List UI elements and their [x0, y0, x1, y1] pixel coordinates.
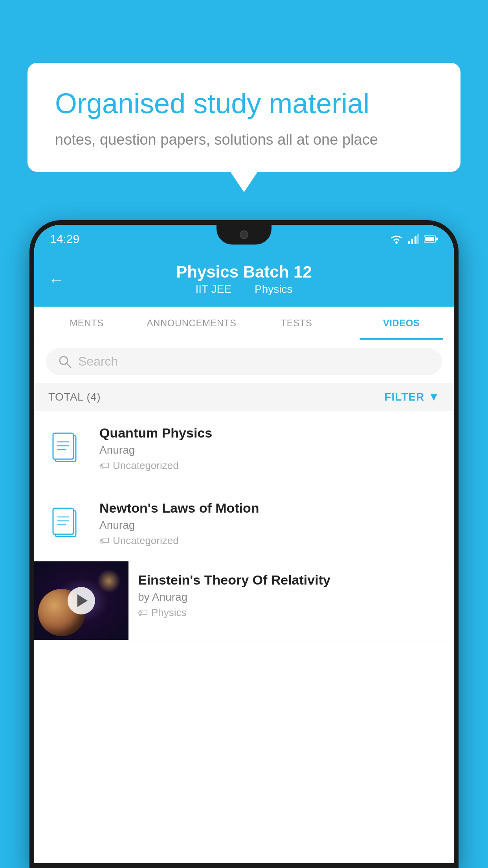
notch — [216, 225, 272, 245]
item-author: by Anurag — [138, 591, 444, 603]
item-tag: 🏷 Uncategorized — [99, 460, 440, 472]
item-author: Anurag — [99, 444, 440, 456]
tab-announcements[interactable]: ANNOUNCEMENTS — [139, 307, 244, 340]
tag-icon: 🏷 — [99, 460, 110, 472]
video-thumbnail — [34, 561, 128, 640]
item-tag: 🏷 Physics — [138, 607, 444, 619]
battery-icon — [424, 235, 438, 243]
svg-rect-1 — [408, 241, 410, 244]
item-tag: 🏷 Uncategorized — [99, 535, 440, 547]
video-list: Quantum Physics Anurag 🏷 Uncategorized — [34, 411, 454, 863]
filter-label: FILTER — [384, 391, 424, 403]
search-bar[interactable]: Search — [46, 348, 442, 375]
tag-label: Uncategorized — [113, 535, 179, 547]
file-icon — [52, 506, 84, 541]
file-icon-container — [48, 431, 88, 466]
wifi-icon — [389, 234, 404, 244]
list-item[interactable]: Einstein's Theory Of Relativity by Anura… — [34, 561, 454, 640]
search-input[interactable]: Search — [78, 354, 118, 369]
subtitle-part2: Physics — [255, 283, 292, 295]
search-icon — [58, 355, 72, 369]
bubble-subtext: notes, question papers, solutions all at… — [55, 131, 433, 148]
total-count: TOTAL (4) — [48, 391, 101, 403]
tag-label: Physics — [151, 607, 187, 619]
camera — [240, 230, 248, 239]
status-bar: 14:29 — [34, 225, 454, 253]
svg-rect-7 — [425, 237, 434, 241]
tag-icon: 🏷 — [99, 535, 110, 547]
app-header: ← Physics Batch 12 IIT JEE Physics — [34, 253, 454, 307]
item-title: Einstein's Theory Of Relativity — [138, 572, 444, 588]
tag-icon: 🏷 — [138, 607, 148, 619]
svg-line-9 — [67, 364, 71, 368]
svg-rect-2 — [411, 239, 413, 244]
tab-ments[interactable]: MENTS — [34, 307, 139, 340]
item-title: Quantum Physics — [99, 425, 440, 441]
svg-point-0 — [395, 241, 398, 244]
svg-rect-3 — [415, 236, 416, 244]
tag-label: Uncategorized — [113, 460, 179, 472]
play-icon — [77, 594, 88, 607]
status-icons — [389, 234, 438, 244]
list-item[interactable]: Newton's Laws of Motion Anurag 🏷 Uncateg… — [34, 486, 454, 561]
bubble-heading: Organised study material — [55, 86, 433, 120]
filter-button[interactable]: FILTER ▼ — [384, 391, 440, 403]
back-button[interactable]: ← — [48, 271, 64, 289]
tab-tests[interactable]: TESTS — [244, 307, 349, 340]
speech-bubble-card: Organised study material notes, question… — [28, 63, 460, 172]
signal-icon — [408, 234, 419, 244]
app-title: Physics Batch 12 — [176, 263, 312, 281]
item-info: Newton's Laws of Motion Anurag 🏷 Uncateg… — [99, 500, 440, 547]
svg-rect-6 — [436, 237, 438, 241]
search-container: Search — [34, 340, 454, 383]
file-icon-container — [48, 506, 88, 541]
app-subtitle: IIT JEE Physics — [190, 283, 298, 296]
filter-icon: ▼ — [428, 391, 440, 403]
item-title: Newton's Laws of Motion — [99, 500, 440, 516]
phone-frame: 14:29 — [29, 220, 459, 868]
svg-rect-4 — [417, 234, 419, 244]
speech-bubble-section: Organised study material notes, question… — [28, 63, 460, 172]
item-info: Einstein's Theory Of Relativity by Anura… — [128, 561, 454, 630]
filter-bar: TOTAL (4) FILTER ▼ — [34, 383, 454, 411]
subtitle-part1: IIT JEE — [196, 283, 231, 295]
phone-screen: 14:29 — [34, 225, 454, 863]
tabs-bar: MENTS ANNOUNCEMENTS TESTS VIDEOS — [34, 307, 454, 340]
thumbnail-glow — [97, 569, 121, 593]
item-info: Quantum Physics Anurag 🏷 Uncategorized — [99, 425, 440, 472]
list-item[interactable]: Quantum Physics Anurag 🏷 Uncategorized — [34, 411, 454, 486]
item-author: Anurag — [99, 519, 440, 531]
status-time: 14:29 — [50, 232, 79, 246]
tab-videos[interactable]: VIDEOS — [349, 307, 454, 340]
file-icon — [52, 431, 84, 466]
play-button[interactable] — [68, 587, 95, 614]
